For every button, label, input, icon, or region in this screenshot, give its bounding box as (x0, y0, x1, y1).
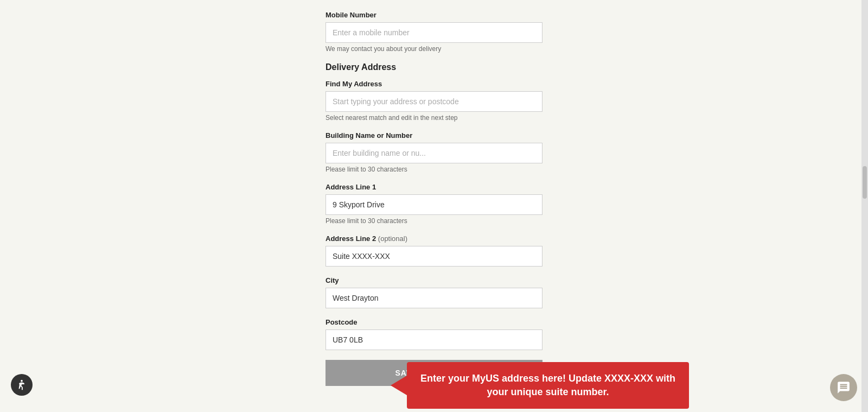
address-line2-label: Address Line 2 (optional) (326, 234, 542, 243)
myus-address-tooltip: Enter your MyUS address here! Update XXX… (407, 362, 689, 409)
mobile-number-input[interactable] (326, 22, 542, 43)
postcode-group: Postcode (326, 318, 542, 350)
delivery-address-section-title: Delivery Address (326, 62, 542, 72)
address-line1-group: Address Line 1 Please limit to 30 charac… (326, 183, 542, 225)
city-group: City (326, 276, 542, 308)
address-line1-hint: Please limit to 30 characters (326, 217, 542, 225)
city-label: City (326, 276, 542, 284)
find-my-address-hint: Select nearest match and edit in the nex… (326, 114, 542, 122)
accessibility-button[interactable] (11, 374, 33, 396)
city-input[interactable] (326, 288, 542, 308)
find-my-address-group: Find My Address Select nearest match and… (326, 80, 542, 122)
svg-point-0 (21, 380, 23, 382)
address-line1-input[interactable] (326, 194, 542, 215)
address-line2-input[interactable] (326, 246, 542, 267)
postcode-input[interactable] (326, 329, 542, 350)
chat-button[interactable] (830, 374, 857, 401)
scrollbar-thumb[interactable] (863, 166, 867, 199)
scrollbar[interactable] (861, 0, 868, 412)
address-line1-label: Address Line 1 (326, 183, 542, 191)
building-name-label: Building Name or Number (326, 131, 542, 140)
mobile-number-group: Mobile Number We may contact you about y… (326, 11, 542, 53)
mobile-number-hint: We may contact you about your delivery (326, 45, 542, 53)
address-line2-group: Address Line 2 (optional) (326, 234, 542, 267)
building-name-group: Building Name or Number Please limit to … (326, 131, 542, 173)
find-my-address-label: Find My Address (326, 80, 542, 88)
mobile-number-label: Mobile Number (326, 11, 542, 19)
accessibility-icon (16, 379, 28, 391)
postcode-label: Postcode (326, 318, 542, 326)
find-my-address-input[interactable] (326, 91, 542, 112)
building-name-input[interactable] (326, 143, 542, 163)
building-name-hint: Please limit to 30 characters (326, 166, 542, 173)
chat-icon (837, 381, 851, 395)
